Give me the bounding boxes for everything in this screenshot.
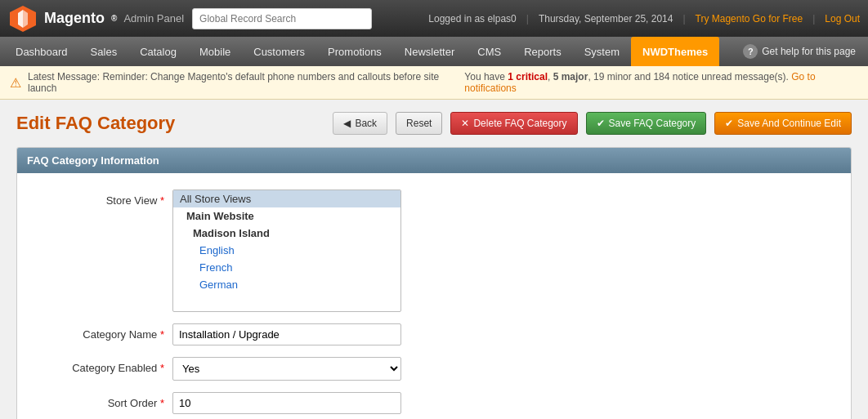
search-box[interactable] xyxy=(192,8,372,29)
sort-order-label: Sort Order * xyxy=(34,392,164,409)
category-enabled-label: Category Enabled * xyxy=(34,357,164,374)
alert-message: Latest Message: Reminder: Change Magento… xyxy=(28,71,458,94)
delete-label: Delete FAQ Category xyxy=(473,118,566,129)
category-name-label: Category Name * xyxy=(34,323,164,341)
help-label: Get help for this page xyxy=(762,46,856,57)
help-icon: ? xyxy=(743,44,758,59)
category-enabled-control: Yes No xyxy=(172,357,401,381)
category-name-control xyxy=(172,323,401,345)
nav-item-sales[interactable]: Sales xyxy=(79,37,129,66)
logo-super: ® xyxy=(111,14,117,23)
reset-button[interactable]: Reset xyxy=(396,112,442,135)
sort-order-required: * xyxy=(160,397,164,409)
save-button[interactable]: ✔ Save FAQ Category xyxy=(586,112,707,135)
save-continue-button[interactable]: ✔ Save And Continue Edit xyxy=(714,112,852,135)
form-section: FAQ Category Information Store View * Al… xyxy=(16,147,852,419)
store-view-label: Store View * xyxy=(34,189,164,207)
nav-spacer xyxy=(719,37,735,66)
save-icon: ✔ xyxy=(597,118,605,129)
nav-item-nwdthemes[interactable]: NWDThemes xyxy=(631,37,719,66)
back-button[interactable]: ◀ Back xyxy=(333,112,387,135)
form-section-header: FAQ Category Information xyxy=(17,148,851,173)
date-info: Thursday, September 25, 2014 xyxy=(539,13,673,25)
header: Magento® Admin Panel Logged in as elpas0… xyxy=(0,0,868,37)
save-continue-label: Save And Continue Edit xyxy=(737,118,841,129)
magento-logo xyxy=(8,4,38,33)
category-enabled-required: * xyxy=(160,362,164,374)
logo-sub-text: Admin Panel xyxy=(123,12,184,25)
back-label: Back xyxy=(355,118,377,129)
form-section-title: FAQ Category Information xyxy=(27,154,159,167)
save-continue-icon: ✔ xyxy=(725,118,733,129)
sort-order-input[interactable] xyxy=(172,392,401,414)
search-input[interactable] xyxy=(192,8,372,29)
nav-item-catalog[interactable]: Catalog xyxy=(128,37,188,66)
delete-button[interactable]: ✕ Delete FAQ Category xyxy=(450,112,577,135)
nav-item-cms[interactable]: CMS xyxy=(466,37,512,66)
category-name-row: Category Name * xyxy=(34,323,834,345)
major-count: 5 major xyxy=(553,71,588,82)
divider1: | xyxy=(526,13,529,25)
header-right: Logged in as elpas0 | Thursday, Septembe… xyxy=(428,13,860,25)
alert-bar: ⚠ Latest Message: Reminder: Change Magen… xyxy=(0,66,868,100)
logo: Magento® Admin Panel xyxy=(8,4,184,33)
try-link[interactable]: Try Magento Go for Free xyxy=(696,13,803,25)
alert-counts: You have 1 critical, 5 major, 19 minor a… xyxy=(464,71,858,94)
critical-count: 1 critical xyxy=(508,71,548,82)
page-header: Edit FAQ Category ◀ Back Reset ✕ Delete … xyxy=(16,112,852,135)
store-option-english[interactable]: English xyxy=(173,242,400,259)
divider3: | xyxy=(812,13,815,25)
nav-item-reports[interactable]: Reports xyxy=(512,37,573,66)
nav-item-mobile[interactable]: Mobile xyxy=(188,37,242,66)
category-name-input[interactable] xyxy=(172,323,401,345)
sort-order-control: ▲ Defines sort order for category. xyxy=(172,392,401,419)
nav-item-promotions[interactable]: Promotions xyxy=(316,37,393,66)
category-name-required: * xyxy=(160,328,164,341)
store-option-madison-island[interactable]: Madison Island xyxy=(173,225,400,242)
store-view-listbox[interactable]: All Store Views Main Website Madison Isl… xyxy=(172,189,401,312)
alert-suffix: unread message(s). xyxy=(701,71,789,82)
nav-item-newsletter[interactable]: Newsletter xyxy=(393,37,466,66)
nav-item-system[interactable]: System xyxy=(573,37,631,66)
store-view-row: Store View * All Store Views Main Websit… xyxy=(34,189,834,312)
logout-link[interactable]: Log Out xyxy=(825,13,860,25)
nav-item-customers[interactable]: Customers xyxy=(242,37,316,66)
nav-item-dashboard[interactable]: Dashboard xyxy=(4,37,79,66)
sort-order-row: Sort Order * ▲ Defines sort order for ca… xyxy=(34,392,834,419)
form-section-body: Store View * All Store Views Main Websit… xyxy=(17,173,851,419)
user-info: Logged in as elpas0 xyxy=(428,13,516,25)
store-option-all[interactable]: All Store Views xyxy=(173,190,400,207)
store-option-main-website[interactable]: Main Website xyxy=(173,207,400,225)
page-content: Edit FAQ Category ◀ Back Reset ✕ Delete … xyxy=(0,100,868,419)
save-label: Save FAQ Category xyxy=(609,118,696,129)
logo-main-text: Magento xyxy=(44,10,105,27)
store-option-german[interactable]: German xyxy=(173,276,400,293)
category-enabled-select[interactable]: Yes No xyxy=(172,357,401,381)
alert-icon: ⚠ xyxy=(10,75,21,91)
store-view-required: * xyxy=(160,194,164,207)
minor-count: 19 minor xyxy=(593,71,632,82)
reset-label: Reset xyxy=(406,118,432,129)
store-view-control: All Store Views Main Website Madison Isl… xyxy=(172,189,401,312)
back-icon: ◀ xyxy=(343,118,351,129)
store-option-french[interactable]: French xyxy=(173,259,400,276)
help-button[interactable]: ? Get help for this page xyxy=(735,37,864,66)
delete-icon: ✕ xyxy=(461,118,469,129)
notice-count: 184 notice xyxy=(653,71,698,82)
category-enabled-row: Category Enabled * Yes No xyxy=(34,357,834,381)
nav: Dashboard Sales Catalog Mobile Customers… xyxy=(0,37,868,66)
page-title: Edit FAQ Category xyxy=(16,113,324,134)
alert-counts-text: You have xyxy=(464,71,505,82)
divider2: | xyxy=(682,13,685,25)
